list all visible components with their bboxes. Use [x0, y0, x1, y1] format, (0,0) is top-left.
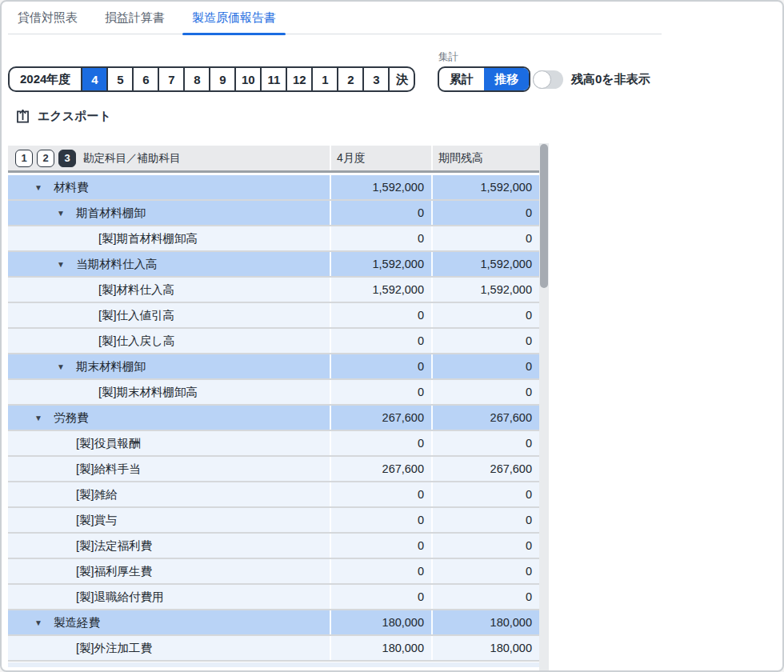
month-button-5[interactable]: 5 — [106, 68, 132, 90]
aggregation-option-1[interactable]: 推移 — [484, 68, 529, 90]
collapse-caret-icon[interactable]: ▼ — [34, 618, 54, 627]
account-cell: ▼ 当期材料仕入高 — [8, 252, 330, 276]
account-name: 製造経費 — [54, 615, 100, 630]
table-row[interactable]: [製]材料仕入高 1,592,000 1,592,000 — [8, 278, 539, 303]
month-button-11[interactable]: 11 — [260, 68, 286, 90]
month-value-cell: 1,592,000 — [330, 175, 431, 199]
account-header-cell: 1 2 3 勘定科目／補助科目 — [8, 146, 330, 170]
account-cell: [製]材料仕入高 — [8, 278, 330, 302]
table-row[interactable]: [製]賞与 0 0 — [8, 508, 539, 534]
period-value-cell: 0 — [431, 380, 539, 404]
period-value-cell: 0 — [431, 482, 539, 506]
month-value-cell: 0 — [330, 201, 431, 225]
month-value-cell: 0 — [330, 431, 431, 455]
month-value-cell: 1,592,000 — [330, 252, 431, 276]
account-name: [製]福利厚生費 — [76, 564, 152, 579]
collapse-caret-icon[interactable]: ▼ — [57, 209, 76, 218]
period-value-cell: 0 — [431, 201, 539, 225]
level-button-2[interactable]: 2 — [37, 150, 54, 167]
level-button-3[interactable]: 3 — [58, 150, 76, 167]
month-value-cell: 180,000 — [330, 610, 431, 634]
month-value-cell: 0 — [330, 585, 431, 609]
account-cell: [製]仕入戻し高 — [8, 329, 330, 353]
month-value-cell: 267,600 — [330, 457, 431, 481]
account-cell: [製]期末材料棚卸高 — [8, 380, 330, 404]
collapse-caret-icon[interactable]: ▼ — [57, 260, 76, 269]
export-upload-icon — [14, 108, 31, 125]
account-name: [製]雑給 — [76, 487, 118, 502]
period-value-cell: 0 — [431, 226, 539, 250]
month-value-cell: 1,592,000 — [330, 278, 431, 302]
tab-1[interactable]: 損益計算書 — [95, 2, 174, 34]
month-column-header: 4月度 — [330, 146, 431, 170]
table-row[interactable]: ▼ 期首材料棚卸 0 0 — [8, 201, 539, 226]
account-cell: ▼ 材料費 — [8, 175, 330, 199]
scrollbar-thumb[interactable] — [540, 144, 548, 288]
account-cell: ▼ 期末材料棚卸 — [8, 354, 330, 378]
aggregation-option-0[interactable]: 累計 — [439, 68, 484, 90]
month-button-8[interactable]: 8 — [183, 68, 209, 90]
table-row[interactable]: ▼ 製造経費 180,000 180,000 — [8, 610, 539, 636]
month-button-9[interactable]: 9 — [209, 68, 234, 90]
table-row[interactable]: ▼ 材料費 1,592,000 1,592,000 — [8, 175, 539, 201]
account-cell: [製]役員報酬 — [8, 431, 330, 455]
table-row[interactable]: [製]仕入戻し高 0 0 — [8, 329, 539, 354]
tab-label: 製造原価報告書 — [192, 10, 276, 26]
tab-0[interactable]: 貸借対照表 — [8, 2, 87, 34]
period-value-cell: 0 — [431, 354, 539, 378]
table-row[interactable]: [製]給料手当 267,600 267,600 — [8, 457, 539, 482]
period-value-cell: 0 — [431, 559, 539, 583]
account-name: [製]期首材料棚卸高 — [98, 231, 198, 246]
manufacturing-cost-table: 1 2 3 勘定科目／補助科目 4月度 期間残高 ▼ 材料費 1,592,000… — [8, 146, 539, 667]
month-button-10[interactable]: 10 — [234, 68, 260, 90]
collapse-caret-icon[interactable]: ▼ — [57, 362, 76, 371]
account-name: 期末材料棚卸 — [76, 359, 146, 374]
table-row[interactable]: [製]外注加工費 180,000 180,000 — [8, 636, 539, 662]
month-button-4[interactable]: 4 — [81, 68, 106, 90]
month-button-決[interactable]: 決 — [388, 68, 414, 90]
period-value-cell: 267,600 — [431, 457, 539, 481]
hide-zero-balance-toggle[interactable] — [533, 70, 563, 89]
table-row[interactable]: [製]退職給付費用 0 0 — [8, 585, 539, 610]
month-value-cell: 0 — [330, 354, 431, 378]
level-button-1[interactable]: 1 — [15, 150, 33, 167]
table-row[interactable]: [製]役員報酬 0 0 — [8, 431, 539, 457]
month-button-1[interactable]: 1 — [311, 68, 337, 90]
table-row[interactable]: ▼ 期末材料棚卸 0 0 — [8, 354, 539, 380]
month-value-cell: 0 — [330, 482, 431, 506]
period-value-cell: 267,600 — [431, 406, 539, 430]
table-row[interactable]: ▼ 当期材料仕入高 1,592,000 1,592,000 — [8, 252, 539, 278]
vertical-scrollbar[interactable] — [539, 143, 549, 670]
period-value-cell: 180,000 — [431, 610, 539, 634]
aggregation-label: 集計 — [438, 50, 458, 64]
month-button-12[interactable]: 12 — [286, 68, 311, 90]
export-button[interactable]: エクスポート — [14, 108, 111, 125]
month-button-2[interactable]: 2 — [337, 68, 362, 90]
period-value-cell: 0 — [431, 329, 539, 353]
partial-next-row — [8, 662, 539, 667]
table-row[interactable]: [製]雑給 0 0 — [8, 482, 539, 508]
account-cell: [製]仕入値引高 — [8, 303, 330, 327]
account-cell: [製]給料手当 — [8, 457, 330, 481]
table-row[interactable]: [製]福利厚生費 0 0 — [8, 559, 539, 585]
collapse-caret-icon[interactable]: ▼ — [34, 414, 54, 422]
table-row[interactable]: [製]法定福利費 0 0 — [8, 534, 539, 559]
account-name: [製]期末材料棚卸高 — [98, 385, 198, 400]
month-button-6[interactable]: 6 — [132, 68, 158, 90]
period-value-cell: 0 — [431, 303, 539, 327]
table-row[interactable]: [製]仕入値引高 0 0 — [8, 303, 539, 329]
table-row[interactable]: [製]期末材料棚卸高 0 0 — [8, 380, 539, 406]
month-button-3[interactable]: 3 — [362, 68, 388, 90]
table-row[interactable]: [製]期首材料棚卸高 0 0 — [8, 226, 539, 252]
account-cell: ▼ 製造経費 — [8, 610, 330, 634]
account-cell: [製]雑給 — [8, 482, 330, 506]
tab-bar: 貸借対照表 損益計算書 製造原価報告書 — [8, 2, 662, 34]
account-name: 当期材料仕入高 — [76, 257, 158, 272]
tab-2[interactable]: 製造原価報告書 — [182, 2, 286, 34]
period-value-cell: 0 — [431, 508, 539, 532]
table-row[interactable]: ▼ 労務費 267,600 267,600 — [8, 406, 539, 431]
month-button-7[interactable]: 7 — [158, 68, 183, 90]
collapse-caret-icon[interactable]: ▼ — [34, 183, 54, 192]
account-name: [製]役員報酬 — [76, 436, 141, 451]
export-button-label: エクスポート — [38, 109, 111, 124]
